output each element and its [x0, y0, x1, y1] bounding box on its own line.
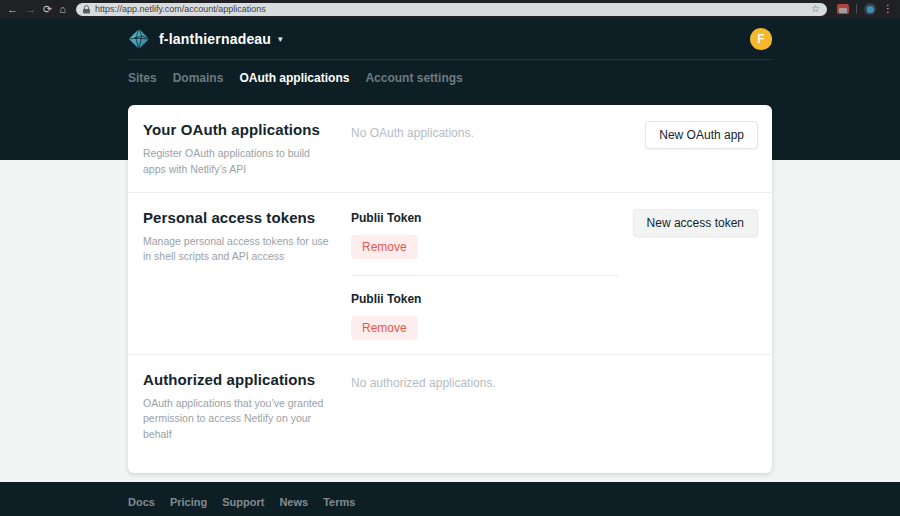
extension-icon[interactable]: [837, 4, 849, 14]
oauth-empty-text: No OAuth applications.: [351, 126, 474, 140]
authorized-section-title: Authorized applications: [143, 371, 333, 388]
netlify-logo-icon[interactable]: [128, 28, 150, 50]
nav-sites[interactable]: Sites: [128, 71, 157, 85]
browser-toolbar: ← → ⟳ ⌂ https://app.netlify.com/account/…: [0, 0, 900, 18]
token-row-divider: [351, 275, 619, 276]
new-oauth-app-button[interactable]: New OAuth app: [645, 121, 758, 149]
account-row: f-lanthiernadeau ▾ F: [128, 18, 772, 60]
url-text[interactable]: https://app.netlify.com/account/applicat…: [95, 4, 806, 14]
user-avatar[interactable]: F: [750, 28, 772, 50]
nav-account-settings[interactable]: Account settings: [365, 71, 462, 85]
forward-icon[interactable]: →: [25, 4, 36, 15]
token-row: Publii Token Remove: [351, 211, 633, 259]
remove-token-button[interactable]: Remove: [351, 235, 418, 259]
footer-links: Docs Pricing Support News Terms: [128, 490, 772, 508]
account-nav: Sites Domains OAuth applications Account…: [128, 60, 772, 96]
lock-icon: [83, 5, 90, 14]
token-row: Publii Token Remove: [351, 292, 633, 340]
section-oauth-applications: Your OAuth applications Register OAuth a…: [128, 105, 772, 192]
bookmark-star-icon[interactable]: ☆: [811, 4, 820, 14]
token-name: Publii Token: [351, 211, 633, 225]
new-access-token-button[interactable]: New access token: [633, 209, 758, 237]
section-authorized-applications: Authorized applications OAuth applicatio…: [128, 354, 772, 473]
authorized-empty-text: No authorized applications.: [351, 376, 496, 390]
tokens-section-description: Manage personal access tokens for use in…: [143, 234, 333, 266]
authorized-section-description: OAuth applications that you’ve granted p…: [143, 396, 333, 443]
address-bar[interactable]: https://app.netlify.com/account/applicat…: [76, 3, 827, 16]
footer-link-pricing[interactable]: Pricing: [170, 496, 207, 508]
toolbar-divider: [856, 4, 857, 14]
nav-oauth-applications[interactable]: OAuth applications: [239, 71, 349, 85]
browser-profile-avatar[interactable]: [864, 3, 876, 15]
site-footer: Docs Pricing Support News Terms: [0, 482, 900, 516]
token-name: Publii Token: [351, 292, 633, 306]
applications-card: Your OAuth applications Register OAuth a…: [128, 105, 772, 473]
section-personal-access-tokens: Personal access tokens Manage personal a…: [128, 192, 772, 354]
tokens-section-title: Personal access tokens: [143, 209, 333, 226]
footer-link-terms[interactable]: Terms: [323, 496, 355, 508]
back-icon[interactable]: ←: [7, 4, 18, 15]
remove-token-button[interactable]: Remove: [351, 316, 418, 340]
oauth-section-description: Register OAuth applications to build app…: [143, 146, 333, 178]
footer-link-docs[interactable]: Docs: [128, 496, 155, 508]
home-icon[interactable]: ⌂: [59, 4, 66, 15]
chevron-down-icon[interactable]: ▾: [278, 34, 283, 44]
footer-link-news[interactable]: News: [279, 496, 308, 508]
account-name[interactable]: f-lanthiernadeau: [159, 31, 271, 47]
oauth-section-title: Your OAuth applications: [143, 121, 333, 138]
page-body: Your OAuth applications Register OAuth a…: [0, 160, 900, 482]
reload-icon[interactable]: ⟳: [43, 4, 52, 15]
browser-menu-icon[interactable]: ⋮: [883, 4, 893, 14]
footer-link-support[interactable]: Support: [222, 496, 264, 508]
nav-domains[interactable]: Domains: [173, 71, 224, 85]
